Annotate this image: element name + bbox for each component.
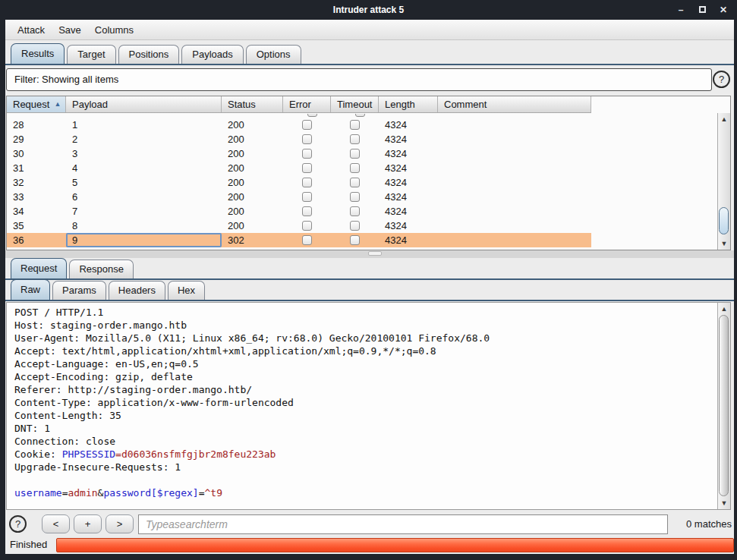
- length-cell: 4324: [379, 175, 438, 190]
- table-row[interactable]: 3252004324: [7, 175, 591, 190]
- viewer-vertical-scrollbar[interactable]: ▲ ▼: [717, 303, 730, 509]
- timeout-checkbox[interactable]: [350, 178, 360, 187]
- column-header-request[interactable]: Request▲: [7, 96, 66, 112]
- subtab-hex[interactable]: Hex: [168, 281, 205, 300]
- error-checkbox[interactable]: [302, 221, 312, 231]
- error-checkbox[interactable]: [302, 163, 312, 173]
- table-row[interactable]: 3032004324: [7, 146, 591, 161]
- payload-cell: 5: [66, 175, 222, 190]
- column-header-payload[interactable]: Payload: [66, 96, 222, 112]
- table-vertical-scrollbar[interactable]: ▲ ▼: [717, 113, 730, 250]
- timeout-checkbox[interactable]: [350, 120, 360, 130]
- error-checkbox[interactable]: [302, 206, 312, 216]
- comment-cell: [438, 118, 591, 132]
- menu-item-save[interactable]: Save: [52, 20, 88, 40]
- menu-item-attack[interactable]: Attack: [11, 20, 52, 40]
- timeout-checkbox[interactable]: [350, 221, 360, 231]
- table-row[interactable]: 3693024324: [7, 233, 591, 247]
- filter-help-icon[interactable]: ?: [713, 71, 730, 88]
- timeout-checkbox[interactable]: [350, 149, 360, 159]
- timeout-cell: [331, 175, 379, 190]
- error-checkbox[interactable]: [302, 149, 312, 159]
- search-input[interactable]: [138, 514, 668, 534]
- error-checkbox[interactable]: [302, 192, 312, 202]
- tab-options[interactable]: Options: [246, 45, 301, 64]
- table-row[interactable]: 3582004324: [7, 219, 591, 233]
- viewer-tab-response[interactable]: Response: [69, 260, 134, 278]
- table-row[interactable]: 2812004324: [7, 118, 591, 132]
- timeout-cell: [331, 132, 379, 146]
- table-row[interactable]: 2922004324: [7, 132, 591, 146]
- column-header-error[interactable]: Error: [283, 96, 331, 112]
- error-checkbox[interactable]: [302, 178, 312, 187]
- comment-cell: [438, 204, 591, 219]
- tab-payloads[interactable]: Payloads: [181, 45, 243, 64]
- split-pane-divider[interactable]: [5, 250, 734, 258]
- status-cell: 200: [222, 161, 283, 175]
- error-checkbox[interactable]: [302, 235, 312, 245]
- column-header-status[interactable]: Status: [222, 96, 283, 112]
- error-checkbox[interactable]: [302, 120, 312, 130]
- previous-match-button[interactable]: <: [42, 514, 70, 533]
- comment-cell: [438, 190, 591, 204]
- error-checkbox[interactable]: [302, 134, 312, 144]
- request-line: Accept-Language: en-US,en;q=0.5: [14, 357, 717, 370]
- timeout-cell: [331, 204, 379, 219]
- table-row[interactable]: 3472004324: [7, 204, 591, 219]
- table-row[interactable]: 3142004324: [7, 161, 591, 175]
- timeout-checkbox[interactable]: [350, 163, 360, 173]
- request-line: Referer: http://staging-order.mango.htb/: [14, 383, 717, 396]
- timeout-checkbox[interactable]: [350, 206, 360, 216]
- subtab-raw[interactable]: Raw: [11, 279, 50, 300]
- request-cell: 30: [7, 146, 66, 161]
- scroll-down-icon[interactable]: ▼: [718, 498, 730, 508]
- timeout-checkbox[interactable]: [355, 114, 365, 117]
- scrollbar-thumb[interactable]: [719, 207, 729, 234]
- timeout-checkbox[interactable]: [350, 235, 360, 245]
- menu-item-columns[interactable]: Columns: [88, 20, 140, 40]
- request-cell: 31: [7, 161, 66, 175]
- maximize-icon[interactable]: [698, 5, 707, 15]
- scroll-up-icon[interactable]: ▲: [718, 114, 730, 124]
- table-row[interactable]: 3362004324: [7, 190, 591, 204]
- add-search-button[interactable]: +: [74, 514, 102, 533]
- tab-positions[interactable]: Positions: [118, 45, 180, 64]
- timeout-cell: [331, 118, 379, 132]
- status-cell: 200: [222, 175, 283, 190]
- column-header-timeout[interactable]: Timeout: [331, 96, 379, 112]
- request-cell: 28: [7, 118, 66, 132]
- comment-cell: [438, 146, 591, 161]
- next-match-button[interactable]: >: [106, 514, 134, 533]
- http-request-text[interactable]: POST / HTTP/1.1Host: staging-order.mango…: [7, 303, 717, 509]
- scroll-up-icon[interactable]: ▲: [718, 304, 730, 314]
- timeout-checkbox[interactable]: [350, 134, 360, 144]
- length-cell: 4324: [379, 161, 438, 175]
- window-title: Intruder attack 5: [0, 0, 737, 20]
- subtab-headers[interactable]: Headers: [109, 281, 165, 300]
- timeout-checkbox[interactable]: [350, 192, 360, 202]
- divider-grip[interactable]: [368, 251, 382, 256]
- search-help-icon[interactable]: ?: [9, 515, 27, 533]
- request-line: Host: staging-order.mango.htb: [14, 319, 717, 332]
- column-label: Timeout: [337, 96, 372, 112]
- comment-cell: [438, 132, 591, 146]
- column-header-comment[interactable]: Comment: [438, 96, 591, 112]
- close-icon[interactable]: ✕: [719, 5, 728, 15]
- minimize-icon[interactable]: –: [676, 5, 685, 15]
- scroll-down-icon[interactable]: ▼: [718, 238, 730, 249]
- title-bar[interactable]: Intruder attack 5 – ✕: [0, 0, 737, 20]
- filter-box[interactable]: Filter: Showing all items: [6, 68, 712, 91]
- error-checkbox[interactable]: [307, 114, 317, 117]
- table-row-clipped: [7, 114, 591, 118]
- payload-cell: 7: [66, 204, 222, 219]
- scrollbar-thumb[interactable]: [719, 315, 729, 496]
- timeout-cell: [331, 233, 379, 247]
- viewer-subtab-strip: RawParamsHeadersHex: [11, 281, 207, 300]
- viewer-tab-request[interactable]: Request: [11, 258, 67, 278]
- request-line: Accept-Encoding: gzip, deflate: [14, 370, 717, 383]
- column-header-length[interactable]: Length: [379, 96, 438, 112]
- tab-target[interactable]: Target: [67, 45, 115, 64]
- tab-results[interactable]: Results: [11, 43, 65, 64]
- subtab-params[interactable]: Params: [52, 281, 106, 300]
- request-line: Content-Type: application/x-www-form-url…: [14, 396, 717, 409]
